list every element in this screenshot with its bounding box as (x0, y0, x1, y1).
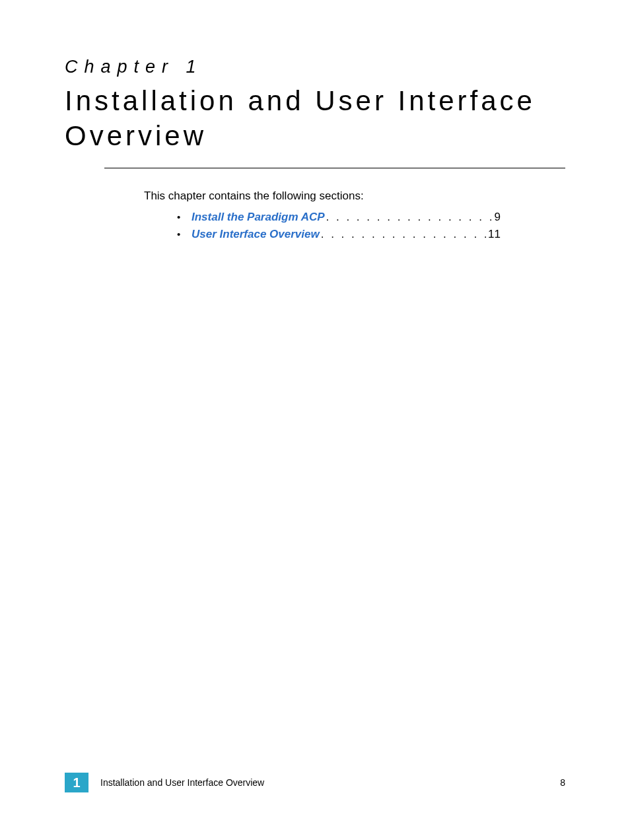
chapter-title: Installation and User Interface Overview (65, 84, 565, 153)
toc-dots (320, 228, 488, 241)
chapter-number-badge: 1 (65, 773, 88, 792)
toc-link-install[interactable]: Install the Paradigm ACP (192, 211, 325, 224)
footer-chapter-title: Installation and User Interface Overview (100, 777, 560, 788)
toc-page: 11 (488, 228, 501, 241)
toc-item: • Install the Paradigm ACP 9 (177, 211, 501, 224)
chapter-intro: This chapter contains the following sect… (144, 190, 565, 203)
toc-item: • User Interface Overview 11 (177, 228, 501, 241)
toc-link-ui-overview[interactable]: User Interface Overview (192, 228, 320, 241)
toc-page: 9 (495, 211, 501, 224)
footer-page-number: 8 (560, 777, 565, 788)
bullet-icon: • (177, 211, 192, 223)
toc-dots (325, 211, 495, 224)
bullet-icon: • (177, 228, 192, 240)
toc-list: • Install the Paradigm ACP 9 • User Inte… (177, 211, 501, 241)
chapter-divider (104, 168, 565, 168)
chapter-label: Chapter 1 (65, 57, 565, 77)
page-footer: 1 Installation and User Interface Overvi… (65, 773, 565, 792)
